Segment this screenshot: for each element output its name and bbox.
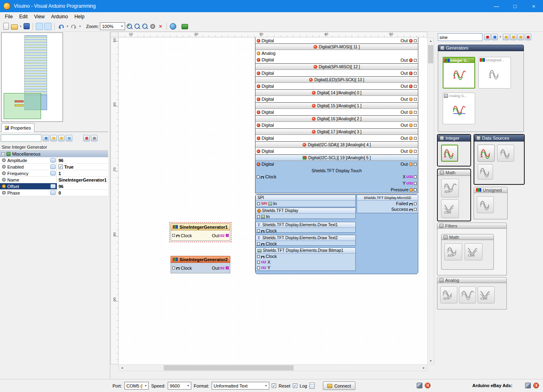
tft-display-block[interactable]: Shields.TFT Display In [255, 208, 356, 219]
draw-text1-block[interactable]: TShields.TFT Display.Elements.Draw Text1… [255, 222, 356, 233]
design-canvas[interactable]: Digital Out Digital(SPI-MOSI)[ 11 ] Anal… [119, 37, 427, 364]
draw-bitmap-block[interactable]: Shields.TFT Display.Elements.Draw Bitmap… [255, 247, 356, 271]
menu-view[interactable]: View [31, 13, 48, 21]
output-connector[interactable] [414, 163, 417, 166]
zoom-in-icon[interactable]: + [126, 23, 133, 30]
reset-checkbox[interactable]: ✓ [272, 383, 276, 388]
new-project-icon[interactable] [3, 23, 9, 30]
open-dropdown-icon[interactable]: ▼ [19, 25, 22, 28]
property-filter-input[interactable] [1, 134, 41, 142]
show-grid-icon[interactable] [44, 23, 52, 30]
clock-input-connector[interactable] [257, 243, 260, 245]
component-search-input[interactable] [438, 33, 482, 41]
pin-panel-icon[interactable] [83, 135, 90, 141]
property-group-row[interactable]: Miscellaneous [0, 151, 108, 157]
ads-settings-icon[interactable] [525, 383, 531, 388]
close-button[interactable]: × [524, 0, 543, 12]
tile-filter-sin[interactable]: SIN [444, 243, 462, 260]
component-analog-sine-generator[interactable]: Analog G... [443, 93, 475, 124]
pin-block-digital-13[interactable]: Digital(LED)(SPI-SCK)[ 13 ] Digital Out [255, 76, 418, 90]
scroll-right-icon[interactable]: ► [421, 365, 427, 371]
clock-input-connector[interactable] [257, 255, 260, 258]
tile-unsigned-sine[interactable] [477, 196, 494, 213]
clock-input-connector[interactable] [257, 175, 260, 178]
ads-power-icon[interactable] [533, 383, 539, 388]
property-row-offset[interactable]: Offset 96 [0, 183, 108, 190]
output-connector[interactable] [414, 98, 417, 101]
zoom-select[interactable]: 100% ▼ [100, 22, 125, 30]
group-data-sources-header[interactable]: Data Sources [474, 135, 524, 141]
zoom-reset-icon[interactable] [134, 23, 141, 30]
pin-block-digital-14[interactable]: Digital[ 14 ]/AnalogIn[ 0 ] Digital Out [255, 89, 418, 103]
close-search-icon[interactable] [525, 34, 531, 40]
expand-categories-icon[interactable] [510, 34, 517, 40]
pin-block-digital-11[interactable]: Digital(SPI-MOSI)[ 11 ] Analog Digital O… [255, 43, 418, 64]
tab-properties[interactable]: Properties [1, 123, 35, 132]
delete-icon[interactable]: × [157, 23, 164, 29]
group-math-header[interactable]: Math [438, 169, 470, 175]
collapse-all-icon[interactable] [58, 135, 65, 141]
web-help-icon[interactable] [170, 23, 176, 30]
tile-unsigned-source[interactable] [497, 145, 514, 162]
upload-board-icon[interactable] [182, 24, 188, 29]
collapse-group-icon[interactable] [1, 152, 5, 156]
subgroup-math-header[interactable]: Math [441, 234, 494, 240]
scroll-up-icon[interactable]: ▲ [428, 38, 434, 44]
success-output-connector[interactable] [414, 208, 417, 211]
filter-properties-icon[interactable] [43, 135, 49, 141]
x-output-connector[interactable] [414, 175, 417, 178]
pin-block-digital-16[interactable]: Digital[ 16 ]/AnalogIn[ 2 ] Digital Out [255, 115, 418, 129]
pin-block-digital-19-touch[interactable]: Digital(I2C-SCL)[ 19 ]/AnalogIn[ 5 ] Dig… [255, 154, 418, 193]
tile-analog-sin[interactable]: SIN [440, 286, 457, 303]
tile-integer-sine[interactable]: 1 [441, 145, 458, 162]
spi-block[interactable]: SPI SPI In [255, 195, 356, 207]
tft-shield-panel[interactable]: SPI SPI In Shields.TFT Display.MicroSD F… [255, 194, 418, 274]
enabled-checkbox[interactable]: ✓ [58, 165, 63, 169]
port-select[interactable]: COM5 (L▼ [124, 382, 149, 390]
component-unsigned-sine-generator[interactable]: Unsigned... 1 [478, 57, 511, 89]
zoom-out-icon[interactable]: - [142, 23, 148, 30]
group-integer-header[interactable]: Integer [438, 135, 470, 141]
property-settings-icon[interactable] [91, 135, 97, 141]
group-unsigned-header[interactable]: Unsigned [474, 187, 508, 193]
sine-integer-generator-1-block[interactable]: SineIntegerGenerator1 Clock OutI32 [171, 223, 230, 241]
group-generators-header[interactable]: Generators [438, 45, 524, 51]
vertical-scrollbar[interactable]: ▲ ▼ [427, 37, 434, 364]
serial-tools-icon[interactable] [417, 383, 422, 388]
arrange-components-icon[interactable] [491, 34, 498, 40]
clear-filter-icon[interactable] [484, 34, 491, 40]
pin-block-partial[interactable]: Digital Out [255, 37, 418, 44]
categorize-icon[interactable] [66, 135, 72, 141]
property-row-amplitude[interactable]: Amplitude 96 [0, 157, 108, 164]
connect-button[interactable]: Connect [323, 381, 355, 390]
tile-analog-sine[interactable] [459, 286, 476, 303]
menu-edit[interactable]: Edit [16, 13, 31, 21]
arrange-dropdown-icon[interactable]: ▼ [499, 36, 502, 38]
tile-analog-source[interactable] [478, 164, 493, 180]
tile-sin[interactable]: SIN [441, 179, 459, 197]
tile-analog-cos[interactable]: COS [478, 286, 495, 303]
save-project-icon[interactable] [24, 23, 30, 29]
scroll-down-icon[interactable]: ▼ [428, 358, 434, 364]
collapse-categories-icon[interactable] [517, 34, 524, 40]
spi-in-connector[interactable] [257, 202, 260, 205]
cleanup-icon[interactable] [149, 23, 156, 30]
maximize-button[interactable]: □ [506, 0, 524, 12]
property-row-phase[interactable]: Phase 0 [0, 190, 108, 196]
horizontal-scroll-thumb[interactable] [164, 365, 294, 370]
undo-icon[interactable] [58, 23, 65, 29]
arduino-board-component[interactable]: Digital Out Digital(SPI-MOSI)[ 11 ] Anal… [255, 37, 418, 193]
draw-text2-block[interactable]: TShields.TFT Display.Elements.Draw Text2… [255, 235, 356, 246]
menu-help[interactable]: Help [71, 13, 88, 21]
log-checkbox[interactable]: ✓ [293, 383, 297, 388]
output-connector[interactable] [414, 150, 417, 153]
vertical-scroll-thumb[interactable] [428, 45, 433, 63]
tile-integer-source[interactable]: 1 [478, 145, 495, 162]
output-connector[interactable] [414, 85, 417, 88]
output-connector[interactable] [414, 72, 417, 75]
format-select[interactable]: Unformatted Text▼ [212, 382, 269, 390]
pin-block-digital-18[interactable]: Digital(I2C-SDA)[ 18 ]/AnalogIn[ 4 ] Dig… [255, 141, 418, 155]
group-analog-header[interactable]: Analog [437, 277, 507, 283]
horizontal-scrollbar[interactable]: ◄ ► [119, 364, 427, 371]
redo-icon[interactable] [70, 23, 77, 29]
